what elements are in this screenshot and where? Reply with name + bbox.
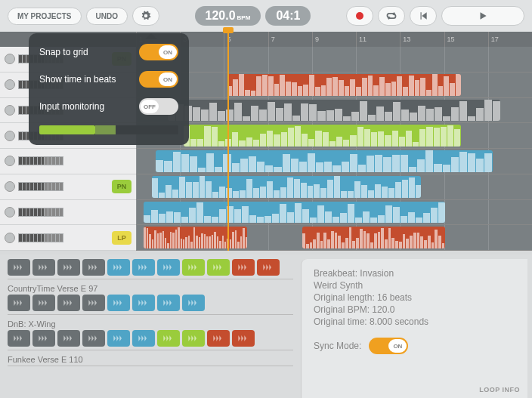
track-header[interactable]: LP <box>0 225 136 251</box>
snap-toggle[interactable]: ON <box>139 44 178 60</box>
track-input-jack[interactable] <box>5 156 15 166</box>
ruler-marker: 15 <box>444 32 488 47</box>
track-lane[interactable] <box>136 225 532 251</box>
audio-clip[interactable] <box>168 100 500 122</box>
track-lane[interactable] <box>136 123 532 149</box>
undo-button[interactable]: UNDO <box>86 8 128 25</box>
track-lane[interactable] <box>136 174 532 200</box>
play-button[interactable] <box>441 6 524 26</box>
loop-chip[interactable] <box>207 259 230 276</box>
time-display[interactable]: 04:1 <box>265 6 311 26</box>
track-header[interactable] <box>0 149 136 174</box>
loop-button[interactable] <box>378 6 405 26</box>
loop-chip[interactable] <box>32 330 55 347</box>
loop-chip[interactable] <box>57 330 80 347</box>
time-ruler[interactable]: 1357911131517 <box>136 32 532 47</box>
loop-chip[interactable] <box>257 259 280 276</box>
audio-clip[interactable] <box>156 150 492 172</box>
track-input-jack[interactable] <box>5 181 15 192</box>
my-projects-button[interactable]: MY PROJECTS <box>8 8 82 25</box>
loop-info-button[interactable]: LOOP INFO <box>479 386 520 393</box>
audio-clip[interactable] <box>302 227 445 248</box>
loop-chip[interactable] <box>57 259 80 276</box>
loop-chip[interactable] <box>207 330 230 347</box>
loop-chip[interactable] <box>32 295 55 311</box>
tempo-value: 120.0 <box>206 9 236 23</box>
level-slider[interactable] <box>39 125 178 134</box>
loop-chip[interactable] <box>232 259 255 276</box>
record-button[interactable] <box>346 6 373 26</box>
loop-chip[interactable] <box>132 330 155 347</box>
loop-chip[interactable] <box>182 330 205 347</box>
loop-chip[interactable] <box>82 330 105 347</box>
track-badge[interactable]: PN <box>112 180 131 193</box>
tempo-display[interactable]: 120.0 BPM <box>195 6 261 26</box>
toolbar: MY PROJECTS UNDO 120.0 BPM 04:1 <box>0 0 532 32</box>
loop-chip[interactable] <box>157 295 180 311</box>
track-header[interactable] <box>0 200 136 226</box>
track-badge[interactable]: LP <box>112 231 131 245</box>
loop-chip[interactable] <box>8 259 30 276</box>
loop-chip[interactable] <box>157 330 180 347</box>
track-input-jack[interactable] <box>5 54 15 64</box>
browser-row-label: DnB: X-Wing <box>8 319 293 329</box>
track-lane[interactable] <box>136 149 532 174</box>
rewind-button[interactable] <box>410 6 437 26</box>
chip-row <box>8 259 293 276</box>
track-lane[interactable] <box>136 47 532 73</box>
play-icon <box>478 11 488 21</box>
loop-chip[interactable] <box>132 295 155 311</box>
monitor-toggle[interactable]: OFF <box>139 98 178 115</box>
browser-row-label: Funkee Verse E 110 <box>8 355 293 364</box>
audio-clip[interactable] <box>227 74 461 96</box>
info-time: Original time: 8.000 seconds <box>314 316 515 327</box>
loop-chip[interactable] <box>82 295 105 311</box>
track-meter <box>18 233 63 242</box>
beats-label: Show time in beats <box>39 74 116 85</box>
loop-chip[interactable] <box>182 295 205 311</box>
sync-toggle[interactable]: ON <box>369 338 408 354</box>
audio-clip[interactable] <box>184 125 461 147</box>
chip-row <box>8 330 293 347</box>
info-length: Original length: 16 beats <box>314 292 515 303</box>
track-input-jack[interactable] <box>5 207 15 218</box>
gear-icon <box>141 11 151 21</box>
track-lane[interactable] <box>136 98 532 124</box>
info-bpm: Original BPM: 120.0 <box>314 304 515 315</box>
loop-chip[interactable] <box>232 330 255 347</box>
loop-chip[interactable] <box>157 259 180 276</box>
settings-button[interactable] <box>132 6 159 26</box>
loop-icon <box>386 11 397 21</box>
loop-chip[interactable] <box>107 295 130 311</box>
loop-chip[interactable] <box>107 259 130 276</box>
track-input-jack[interactable] <box>5 131 15 141</box>
track-lane[interactable] <box>136 200 532 226</box>
bottom-panel: CountryTime Verse E 97DnB: X-WingFunkee … <box>0 255 532 398</box>
track-input-jack[interactable] <box>5 233 15 243</box>
track-lane[interactable] <box>136 73 532 98</box>
playhead[interactable] <box>227 32 229 251</box>
loop-chip[interactable] <box>8 295 30 311</box>
audio-clip[interactable] <box>152 176 421 198</box>
loop-chip[interactable] <box>182 259 205 276</box>
loop-chip[interactable] <box>8 330 30 347</box>
loop-chip[interactable] <box>57 295 80 311</box>
track-input-jack[interactable] <box>5 79 15 90</box>
track-input-jack[interactable] <box>5 105 15 116</box>
loop-chip[interactable] <box>107 330 130 347</box>
audio-clip[interactable] <box>144 227 246 248</box>
loop-chip[interactable] <box>132 259 155 276</box>
loop-chip[interactable] <box>82 259 105 276</box>
loop-browser[interactable]: CountryTime Verse E 97DnB: X-WingFunkee … <box>0 255 301 398</box>
track-header[interactable]: PN <box>0 174 136 200</box>
sync-label: Sync Mode: <box>314 341 361 351</box>
audio-clip[interactable] <box>144 202 444 224</box>
ruler-marker: 7 <box>268 32 312 47</box>
beats-toggle[interactable]: ON <box>139 71 178 88</box>
settings-popover: Snap to grid ON Show time in beats ON In… <box>29 33 189 145</box>
track-meter <box>18 208 63 217</box>
ruler-marker: 5 <box>224 32 268 47</box>
skip-back-icon <box>418 11 428 21</box>
loop-chip[interactable] <box>32 259 55 276</box>
track-lanes[interactable]: 1357911131517 <box>136 32 532 251</box>
